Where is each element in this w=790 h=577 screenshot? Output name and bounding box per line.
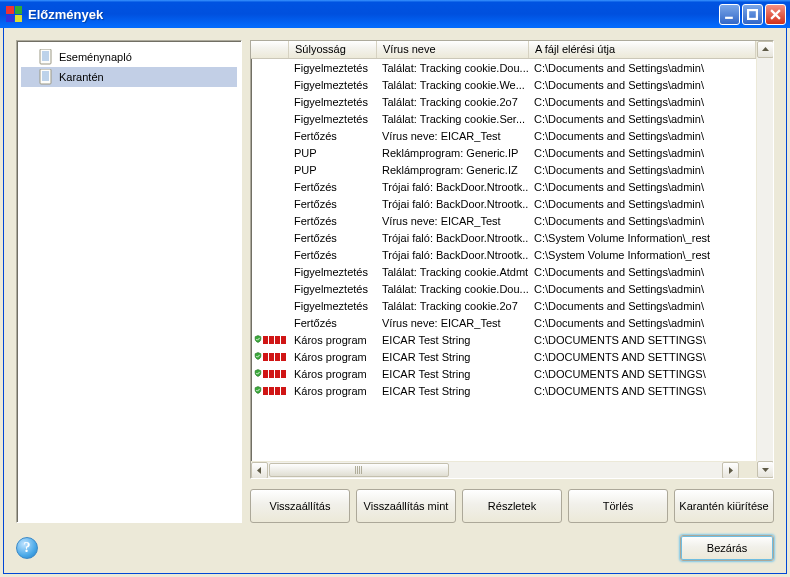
- restore-button[interactable]: Visszaállítás: [250, 489, 350, 523]
- table-row[interactable]: FertőzésVírus neve: EICAR_TestC:\Documen…: [251, 127, 756, 144]
- shield-icon: [254, 384, 262, 398]
- table-row[interactable]: PUPReklámprogram: Generic.IZC:\Documents…: [251, 161, 756, 178]
- scroll-down-icon[interactable]: [757, 461, 774, 478]
- table-row[interactable]: FertőzésTrójai faló: BackDoor.Ntrootk...…: [251, 178, 756, 195]
- footer: ? Bezárás: [16, 531, 774, 561]
- cell-virus-name: Találat: Tracking cookie.Ser...: [377, 113, 529, 125]
- cell-severity: Fertőzés: [289, 130, 377, 142]
- table-row[interactable]: FigyelmeztetésTalálat: Tracking cookie.2…: [251, 297, 756, 314]
- cell-severity: Fertőzés: [289, 232, 377, 244]
- col-path[interactable]: A fájl elérési útja: [529, 41, 756, 58]
- cell-virus-name: Trójai faló: BackDoor.Ntrootk...: [377, 232, 529, 244]
- cell-severity: Figyelmeztetés: [289, 300, 377, 312]
- client-area: Eseménynapló Karantén Súlyosság Vírus ne…: [3, 28, 787, 574]
- col-severity[interactable]: Súlyosság: [289, 41, 377, 58]
- table-row[interactable]: FigyelmeztetésTalálat: Tracking cookie.D…: [251, 59, 756, 76]
- table-row[interactable]: FertőzésVírus neve: EICAR_TestC:\Documen…: [251, 314, 756, 331]
- cell-severity: Figyelmeztetés: [289, 283, 377, 295]
- cell-path: C:\DOCUMENTS AND SETTINGS\: [529, 334, 756, 346]
- severity-bars-icon: [263, 353, 286, 361]
- log-icon: [39, 69, 53, 85]
- cell-severity: Káros program: [289, 334, 377, 346]
- cell-severity: Fertőzés: [289, 198, 377, 210]
- scroll-thumb[interactable]: [269, 463, 449, 477]
- restore-as-button[interactable]: Visszaállítás mint: [356, 489, 456, 523]
- cell-virus-name: Találat: Tracking cookie.Dou...: [377, 283, 529, 295]
- severity-bars-icon: [263, 387, 286, 395]
- close-button[interactable]: [765, 4, 786, 25]
- cell-path: C:\Documents and Settings\admin\: [529, 181, 756, 193]
- cell-path: C:\Documents and Settings\admin\: [529, 147, 756, 159]
- cell-severity: Fertőzés: [289, 317, 377, 329]
- cell-virus-name: Vírus neve: EICAR_Test: [377, 130, 529, 142]
- scroll-right-icon[interactable]: [722, 462, 739, 479]
- cell-path: C:\System Volume Information\_rest: [529, 249, 756, 261]
- cell-virus-name: EICAR Test String: [377, 351, 529, 363]
- table-row[interactable]: Káros programEICAR Test StringC:\DOCUMEN…: [251, 331, 756, 348]
- cell-path: C:\Documents and Settings\admin\: [529, 266, 756, 278]
- quarantine-list: Súlyosság Vírus neve A fájl elérési útja…: [250, 40, 774, 479]
- table-row[interactable]: FertőzésVírus neve: EICAR_TestC:\Documen…: [251, 212, 756, 229]
- cell-virus-name: Találat: Tracking cookie.2o7: [377, 300, 529, 312]
- cell-severity: Fertőzés: [289, 215, 377, 227]
- cell-virus-name: Vírus neve: EICAR_Test: [377, 317, 529, 329]
- window-title: Előzmények: [28, 7, 719, 22]
- tree-item-label: Karantén: [59, 71, 104, 83]
- cell-path: C:\DOCUMENTS AND SETTINGS\: [529, 368, 756, 380]
- app-icon: [6, 6, 22, 22]
- cell-path: C:\Documents and Settings\admin\: [529, 113, 756, 125]
- cell-virus-name: EICAR Test String: [377, 334, 529, 346]
- table-row[interactable]: PUPReklámprogram: Generic.IPC:\Documents…: [251, 144, 756, 161]
- cell-virus-name: Találat: Tracking cookie.We...: [377, 79, 529, 91]
- cell-path: C:\Documents and Settings\admin\: [529, 130, 756, 142]
- cell-severity: PUP: [289, 164, 377, 176]
- table-row[interactable]: FigyelmeztetésTalálat: Tracking cookie.2…: [251, 93, 756, 110]
- table-row[interactable]: FigyelmeztetésTalálat: Tracking cookie.A…: [251, 263, 756, 280]
- tree-item-quarantine[interactable]: Karantén: [21, 67, 237, 87]
- shield-icon: [254, 350, 262, 364]
- table-row[interactable]: FertőzésTrójai faló: BackDoor.Ntrootk...…: [251, 246, 756, 263]
- cell-severity: Fertőzés: [289, 181, 377, 193]
- tree-item-eventlog[interactable]: Eseménynapló: [21, 47, 237, 67]
- col-virus[interactable]: Vírus neve: [377, 41, 529, 58]
- maximize-button[interactable]: [742, 4, 763, 25]
- scroll-up-icon[interactable]: [757, 41, 774, 58]
- table-row[interactable]: Káros programEICAR Test StringC:\DOCUMEN…: [251, 382, 756, 399]
- table-row[interactable]: FigyelmeztetésTalálat: Tracking cookie.D…: [251, 280, 756, 297]
- cell-virus-name: Reklámprogram: Generic.IZ: [377, 164, 529, 176]
- severity-bars-icon: [263, 336, 286, 344]
- delete-button[interactable]: Törlés: [568, 489, 668, 523]
- titlebar[interactable]: Előzmények: [0, 0, 790, 28]
- empty-quarantine-button[interactable]: Karantén kiürítése: [674, 489, 774, 523]
- table-row[interactable]: FertőzésTrójai faló: BackDoor.Ntrootk...…: [251, 229, 756, 246]
- scroll-left-icon[interactable]: [251, 462, 268, 479]
- cell-severity: Figyelmeztetés: [289, 266, 377, 278]
- cell-severity: Figyelmeztetés: [289, 96, 377, 108]
- table-row[interactable]: Káros programEICAR Test StringC:\DOCUMEN…: [251, 365, 756, 382]
- details-button[interactable]: Részletek: [462, 489, 562, 523]
- vertical-scrollbar[interactable]: [756, 41, 773, 478]
- horizontal-scrollbar[interactable]: [251, 461, 756, 478]
- cell-virus-name: Találat: Tracking cookie.Atdmt: [377, 266, 529, 278]
- cell-path: C:\System Volume Information\_rest: [529, 232, 756, 244]
- cell-icon: [251, 350, 289, 364]
- sidebar-tree: Eseménynapló Karantén: [16, 40, 242, 523]
- cell-path: C:\Documents and Settings\admin\: [529, 164, 756, 176]
- cell-virus-name: Trójai faló: BackDoor.Ntrootk...: [377, 249, 529, 261]
- column-headers[interactable]: Súlyosság Vírus neve A fájl elérési útja: [251, 41, 756, 59]
- minimize-button[interactable]: [719, 4, 740, 25]
- cell-path: C:\Documents and Settings\admin\: [529, 62, 756, 74]
- help-button[interactable]: ?: [16, 537, 38, 559]
- shield-icon: [254, 367, 262, 381]
- cell-virus-name: EICAR Test String: [377, 385, 529, 397]
- cell-path: C:\Documents and Settings\admin\: [529, 96, 756, 108]
- cell-virus-name: Trójai faló: BackDoor.Ntrootk...: [377, 198, 529, 210]
- table-row[interactable]: FigyelmeztetésTalálat: Tracking cookie.S…: [251, 110, 756, 127]
- table-row[interactable]: FertőzésTrójai faló: BackDoor.Ntrootk...…: [251, 195, 756, 212]
- cell-virus-name: Vírus neve: EICAR_Test: [377, 215, 529, 227]
- table-row[interactable]: Káros programEICAR Test StringC:\DOCUMEN…: [251, 348, 756, 365]
- cell-path: C:\Documents and Settings\admin\: [529, 300, 756, 312]
- close-dialog-button[interactable]: Bezárás: [680, 535, 774, 561]
- table-row[interactable]: FigyelmeztetésTalálat: Tracking cookie.W…: [251, 76, 756, 93]
- cell-severity: Káros program: [289, 351, 377, 363]
